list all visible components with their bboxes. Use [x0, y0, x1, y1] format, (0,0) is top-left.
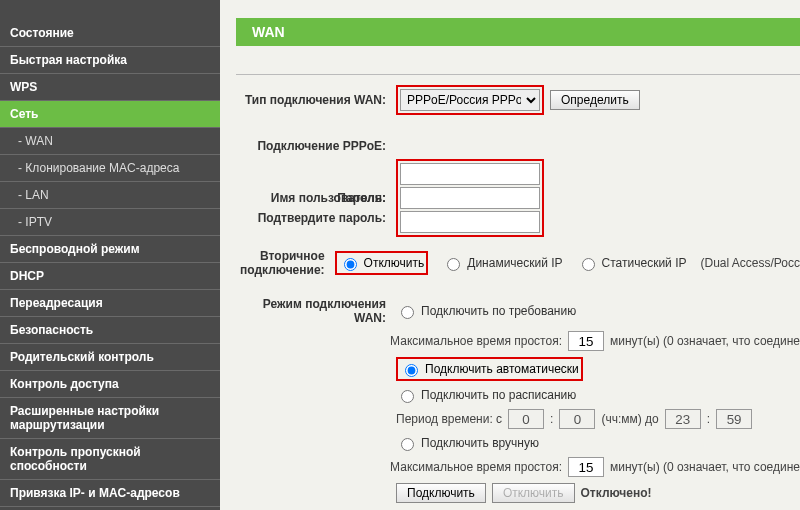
- sec-dynamic-radio[interactable]: [447, 258, 460, 271]
- sidebar-item-5[interactable]: - Клонирование MAC-адреса: [0, 155, 220, 182]
- sidebar-item-13[interactable]: Контроль доступа: [0, 371, 220, 398]
- sidebar-item-6[interactable]: - LAN: [0, 182, 220, 209]
- username-input[interactable]: [400, 163, 540, 185]
- sidebar-item-15[interactable]: Контроль пропускной способности: [0, 439, 220, 480]
- wan-type-select[interactable]: PPPoE/Россия PPPoE: [400, 89, 540, 111]
- mode-auto-radio[interactable]: [405, 364, 418, 377]
- disconnect-button[interactable]: Отключить: [492, 483, 575, 503]
- sidebar-item-16[interactable]: Привязка IP- и MAC-адресов: [0, 480, 220, 507]
- max-idle-label-2: Максимальное время простоя:: [390, 460, 562, 474]
- sidebar-item-14[interactable]: Расширенные настройки маршрутизации: [0, 398, 220, 439]
- period-label: Период времени: с: [396, 412, 502, 426]
- sidebar: СостояниеБыстрая настройкаWPSСеть- WAN- …: [0, 0, 220, 510]
- sec-dynamic-label: Динамический IP: [467, 256, 562, 270]
- max-idle-label-1: Максимальное время простоя:: [390, 334, 562, 348]
- sidebar-item-1[interactable]: Быстрая настройка: [0, 47, 220, 74]
- mode-auto-label: Подключить автоматически: [425, 362, 579, 376]
- password-input[interactable]: [400, 187, 540, 209]
- mode-demand-label: Подключить по требованию: [421, 304, 576, 318]
- idle2-units: минут(ы) (0 означает, что соедине: [610, 460, 800, 474]
- page-title: WAN: [236, 18, 800, 46]
- period-h1-input[interactable]: [508, 409, 544, 429]
- status-text: Отключено!: [581, 486, 652, 500]
- sidebar-item-10[interactable]: Переадресация: [0, 290, 220, 317]
- conn-mode-label: Режим подключения WAN:: [236, 297, 396, 325]
- sidebar-item-4[interactable]: - WAN: [0, 128, 220, 155]
- sec-disable-radio[interactable]: [344, 258, 357, 271]
- sidebar-item-0[interactable]: Состояние: [0, 20, 220, 47]
- secondary-conn-label: Вторичное подключение:: [236, 249, 335, 277]
- main-content: WAN Тип подключения WAN: PPPoE/Россия PP…: [220, 0, 800, 510]
- sec-disable-label: Отключить: [364, 256, 425, 270]
- mode-demand-radio[interactable]: [401, 306, 414, 319]
- sep1: :: [550, 412, 553, 426]
- username-label: Имя пользователя:: [236, 191, 396, 205]
- sidebar-item-7[interactable]: - IPTV: [0, 209, 220, 236]
- idle1-units: минут(ы) (0 означает, что соедине: [610, 334, 800, 348]
- mode-manual-radio[interactable]: [401, 438, 414, 451]
- mode-schedule-label: Подключить по расписанию: [421, 388, 576, 402]
- sidebar-item-9[interactable]: DHCP: [0, 263, 220, 290]
- period-m2-input[interactable]: [716, 409, 752, 429]
- sec-dual-label: (Dual Access/Росс: [700, 256, 800, 270]
- sec-static-label: Статический IP: [602, 256, 687, 270]
- connect-button[interactable]: Подключить: [396, 483, 486, 503]
- sidebar-item-2[interactable]: WPS: [0, 74, 220, 101]
- wan-type-label: Тип подключения WAN:: [236, 93, 396, 107]
- period-m1-input[interactable]: [559, 409, 595, 429]
- sidebar-item-8[interactable]: Беспроводной режим: [0, 236, 220, 263]
- period-h2-input[interactable]: [665, 409, 701, 429]
- mode-schedule-radio[interactable]: [401, 390, 414, 403]
- sidebar-item-12[interactable]: Родительский контроль: [0, 344, 220, 371]
- detect-button[interactable]: Определить: [550, 90, 640, 110]
- sidebar-item-3[interactable]: Сеть: [0, 101, 220, 128]
- sep2: :: [707, 412, 710, 426]
- mode-manual-label: Подключить вручную: [421, 436, 539, 450]
- pppoe-section-label: Подключение PPPoE:: [236, 139, 396, 153]
- idle2-input[interactable]: [568, 457, 604, 477]
- sidebar-item-11[interactable]: Безопасность: [0, 317, 220, 344]
- period-format: (чч:мм) до: [601, 412, 658, 426]
- sec-static-radio[interactable]: [582, 258, 595, 271]
- idle1-input[interactable]: [568, 331, 604, 351]
- confirm-password-input[interactable]: [400, 211, 540, 233]
